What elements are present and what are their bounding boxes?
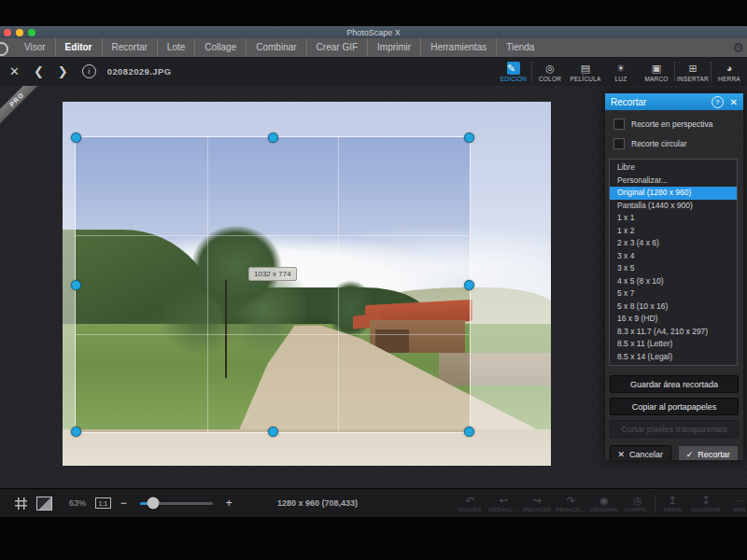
crop-panel: Recortar ? ✕ Recorte en perspectiva Reco… — [605, 93, 743, 460]
save-cropped-area-button[interactable]: Guardar área recortada — [610, 375, 739, 393]
action-button[interactable]: ↷ REHACE... — [554, 495, 587, 512]
crop-ratio-option[interactable]: 16 x 9 (HD) — [610, 313, 737, 326]
apply-label: Recortar — [698, 450, 730, 459]
crop-ratio-option[interactable]: 4 x 5 (8 x 10) — [610, 275, 737, 288]
menu-item[interactable]: Combinar — [246, 38, 305, 57]
action-button[interactable]: ↧ GUARDAR — [689, 495, 723, 512]
crop-handle-bottom-left[interactable] — [71, 427, 81, 437]
crop-ratio-option[interactable]: 8.3 x 11.7 (A4, 210 x 297) — [610, 326, 737, 339]
menu-item[interactable]: Crear GIF — [306, 38, 367, 57]
action-label: ABRIR — [663, 507, 681, 512]
editor-tab-icon: ⊞ — [688, 62, 697, 75]
crop-handle-top-left[interactable] — [71, 133, 81, 143]
copy-to-clipboard-button[interactable]: Copiar al portapapeles — [610, 398, 739, 415]
action-button[interactable]: ↥ ABRIR — [655, 495, 689, 512]
crop-handle-bottom-right[interactable] — [464, 427, 474, 437]
action-icon: ↩ — [499, 495, 507, 507]
editor-tab[interactable]: ◎ COLOR — [531, 62, 568, 82]
action-icon: ◉ — [599, 495, 609, 507]
crop-handle-top-middle[interactable] — [268, 133, 278, 143]
action-label: REHACE... — [556, 507, 585, 512]
traffic-lights — [4, 29, 35, 36]
info-icon[interactable]: i — [82, 64, 96, 78]
crop-ratio-option[interactable]: 3 x 4 — [610, 250, 737, 263]
image-size-info: 1280 x 960 (708,433) — [238, 489, 397, 517]
menu-items: Visor Editor Recortar Lote Collage Combi… — [15, 38, 543, 57]
menu-item[interactable]: Imprimir — [367, 38, 420, 57]
editor-tab[interactable]: ▤ PELÍCULA — [568, 62, 603, 82]
zoom-in-button[interactable]: + — [226, 497, 233, 510]
app-logo-icon — [0, 42, 8, 56]
actual-size-toggle[interactable]: 1:1 — [95, 497, 111, 509]
action-button[interactable]: ↪ REHACER — [520, 495, 554, 512]
pro-ribbon[interactable]: PRO — [0, 86, 43, 129]
editor-tab-label: MARCO — [644, 76, 668, 82]
checkbox[interactable] — [613, 138, 625, 149]
crop-handle-bottom-middle[interactable] — [268, 427, 278, 437]
zoom-window-button[interactable] — [28, 29, 35, 36]
apply-check-icon: ✓ — [686, 450, 694, 459]
editor-tab[interactable]: ✎ EDICIÓN — [496, 62, 531, 82]
editor-tab[interactable]: ⊞ INSERTAR — [674, 62, 711, 82]
menu-item[interactable]: Herramientas — [420, 38, 496, 57]
menu-item[interactable]: Recortar — [102, 38, 157, 57]
editor-tab[interactable]: ☀ LUZ — [603, 62, 639, 82]
menu-item[interactable]: Visor — [15, 38, 55, 57]
zoom-out-button[interactable]: − — [120, 497, 127, 510]
crop-panel-header: Recortar ? ✕ — [605, 93, 743, 110]
editor-tab-label: LUZ — [615, 76, 627, 82]
zoom-slider[interactable] — [140, 502, 213, 505]
crop-grid-toggle-icon[interactable] — [15, 497, 27, 510]
crop-ratio-option[interactable]: Libre — [610, 161, 737, 175]
fit-view-icon[interactable] — [36, 497, 52, 511]
zoom-slider-knob[interactable] — [147, 497, 159, 510]
crop-ratio-option[interactable]: 8.5 x 11 (Letter) — [610, 338, 737, 351]
editor-tab[interactable]: ◕ HERRA — [711, 62, 747, 82]
help-icon[interactable]: ? — [712, 96, 724, 108]
menu-item[interactable]: Lote — [157, 38, 194, 57]
crop-area[interactable] — [75, 136, 471, 433]
photo[interactable]: 1032 x 774 — [63, 102, 551, 466]
panel-close-icon[interactable]: ✕ — [730, 97, 738, 107]
checkbox-row[interactable]: Recorte circular — [605, 130, 743, 149]
minimize-window-button[interactable] — [16, 29, 23, 36]
checkbox-row[interactable]: Recorte en perspectiva — [605, 110, 743, 130]
editor-tab[interactable]: ▣ MARCO — [639, 62, 674, 82]
menu-item[interactable]: Collage — [194, 38, 246, 57]
action-button[interactable]: ↶ VOLVER — [453, 495, 486, 512]
action-icon: ↶ — [465, 495, 473, 507]
crop-ratio-option[interactable]: 3 x 5 — [610, 262, 737, 275]
apply-crop-button[interactable]: ✓ Recortar — [678, 445, 740, 460]
crop-panel-buttons: Guardar área recortada Copiar al portapa… — [610, 375, 739, 438]
editor-tab-icon: ☀ — [616, 62, 626, 75]
crop-ratio-option[interactable]: 2 x 3 (4 x 6) — [610, 237, 737, 250]
crop-ratio-option[interactable]: Original (1280 x 960) — [610, 187, 737, 200]
crop-ratio-option[interactable]: Pantalla (1440 x 900) — [610, 200, 737, 213]
editor-tab-label: EDICIÓN — [500, 76, 528, 82]
checkbox[interactable] — [613, 119, 625, 130]
action-button[interactable]: ◉ ORIGINAL — [587, 495, 621, 512]
crop-ratio-option[interactable]: 5 x 8 (10 x 16) — [610, 301, 737, 314]
crop-ratio-option[interactable]: 1 x 2 — [610, 225, 737, 238]
main-menubar: Visor Editor Recortar Lote Collage Combi… — [0, 38, 747, 57]
crop-ratio-option[interactable]: 5 x 7 — [610, 287, 737, 301]
crop-handle-top-right[interactable] — [464, 133, 474, 143]
file-nav-group: ✕ ❮ ❯ i — [9, 64, 96, 78]
action-button[interactable]: ◎ COMPA... — [621, 495, 655, 512]
menu-item[interactable]: Editor — [55, 38, 102, 57]
next-photo-icon[interactable]: ❯ — [58, 65, 68, 77]
menu-item[interactable]: Tienda — [496, 38, 543, 57]
previous-photo-icon[interactable]: ❮ — [34, 65, 44, 77]
action-button[interactable]: ⋯ MÁS — [723, 495, 747, 512]
action-icon: ↷ — [566, 495, 574, 507]
crop-handle-middle-left[interactable] — [71, 280, 81, 290]
action-button[interactable]: ↩ DESHAC... — [486, 495, 520, 512]
crop-ratio-option[interactable]: Personalizar... — [610, 175, 737, 188]
crop-ratio-option[interactable]: 1 x 1 — [610, 212, 737, 225]
close-file-icon[interactable]: ✕ — [9, 65, 20, 77]
cancel-button[interactable]: ✕ Cancelar — [610, 445, 671, 460]
crop-ratio-option[interactable]: 8.5 x 14 (Legal) — [610, 351, 737, 364]
close-window-button[interactable] — [4, 29, 11, 36]
settings-gear-icon[interactable]: ⚙ — [732, 38, 744, 57]
crop-handle-middle-right[interactable] — [464, 280, 474, 290]
